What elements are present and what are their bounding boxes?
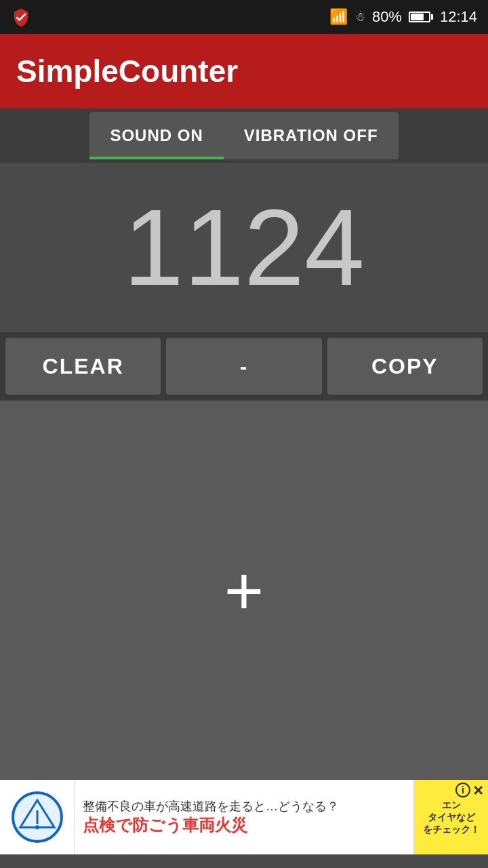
ad-banner: 整備不良の車が高速道路を走ると…どうなる？ 点検で防ごう車両火災 i ✕ エンタ… (0, 780, 488, 854)
ad-text-area: 整備不良の車が高速道路を走ると…どうなる？ 点検で防ごう車両火災 (75, 780, 413, 854)
ad-close-button[interactable]: ✕ (472, 783, 484, 799)
increment-button[interactable]: + (0, 400, 488, 780)
battery-icon (409, 12, 433, 22)
copy-button[interactable]: COPY (327, 338, 483, 395)
counter-value: 1124 (123, 193, 365, 302)
counter-display: 1124 (0, 163, 488, 332)
clock: 12:14 (440, 8, 477, 26)
tab-bar: SOUND ON VIBRATION OFF (0, 108, 488, 163)
tab-sound[interactable]: SOUND ON (89, 112, 223, 159)
battery-percent: 80% (372, 8, 402, 26)
ad-info-icon[interactable]: i (455, 783, 470, 797)
status-right: 📶 ☃ 80% 12:14 (329, 8, 477, 26)
status-bar: 📶 ☃ 80% 12:14 (0, 0, 488, 34)
decrement-button[interactable]: - (166, 338, 321, 395)
app-title: SimpleCounter (16, 53, 238, 90)
ad-right-text: エンタイヤなどをチェック！ (423, 799, 480, 836)
status-left (11, 7, 31, 27)
signal-icon: ☃ (354, 9, 365, 24)
app-bar: SimpleCounter (0, 34, 488, 108)
ad-line1: 整備不良の車が高速道路を走ると…どうなる？ (83, 799, 405, 814)
action-row: CLEAR - COPY (0, 332, 488, 400)
shield-icon (11, 7, 31, 27)
tab-vibration[interactable]: VIBRATION OFF (224, 112, 399, 159)
svg-point-3 (35, 825, 39, 829)
ad-brand-icon (10, 790, 64, 844)
wifi-icon: 📶 (329, 8, 348, 26)
plus-icon: + (224, 557, 264, 625)
ad-line2: 点検で防ごう車両火災 (83, 814, 405, 835)
ad-logo (0, 780, 75, 854)
clear-button[interactable]: CLEAR (5, 338, 161, 395)
ad-right: i ✕ エンタイヤなどをチェック！ (413, 780, 488, 854)
